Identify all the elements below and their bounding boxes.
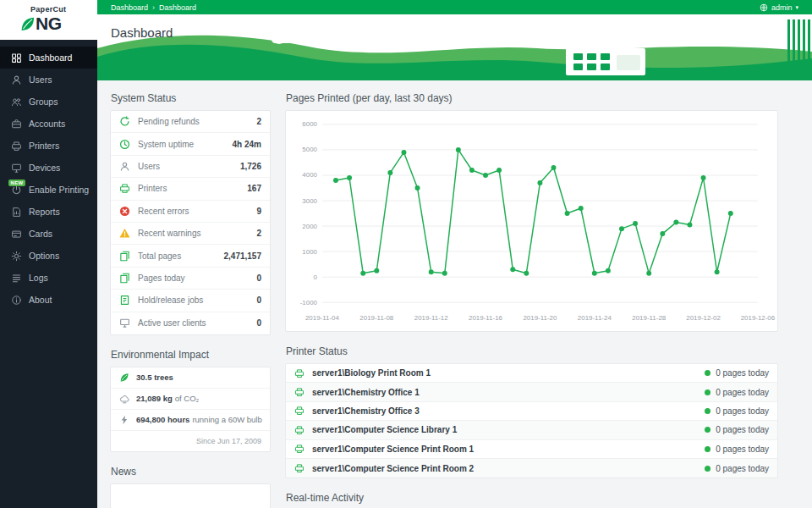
sidebar-item-label: Logs: [29, 273, 48, 283]
status-value: 0: [256, 318, 261, 328]
news-card: [110, 483, 271, 508]
realtime-activity-title: Real-time Activity: [286, 492, 778, 504]
co2-icon: [119, 394, 129, 404]
hold-release-jobs-icon: [119, 295, 130, 306]
sidebar-item-cards[interactable]: Cards: [0, 223, 97, 245]
environmental-row: 21,089 kgof CO₂: [111, 389, 270, 410]
status-label: Users: [138, 162, 240, 171]
environmental-unit: of CO₂: [175, 394, 200, 403]
sidebar-item-label: Cards: [29, 229, 52, 239]
factory-illustration: [566, 21, 645, 75]
users-icon: [119, 161, 130, 172]
sidebar-item-label: About: [29, 295, 52, 305]
about-icon: [11, 295, 22, 306]
status-value: 2: [256, 229, 261, 238]
printer-icon: [294, 463, 304, 473]
status-label: System uptime: [138, 140, 233, 149]
user-menu[interactable]: admin ▾: [760, 3, 798, 12]
status-label: Hold/release jobs: [138, 295, 256, 305]
printer-name[interactable]: server1\Computer Science Print Room 2: [312, 464, 705, 473]
pages-printed-title: Pages Printed (per day, last 30 days): [286, 92, 778, 104]
printer-row: server1\Chemistry Office 10 pages today: [286, 383, 777, 401]
recent-warnings-icon: [119, 228, 130, 239]
printer-icon: [294, 368, 304, 378]
sidebar-item-logs[interactable]: Logs: [0, 267, 97, 289]
environmental-value: 30.5 trees: [136, 373, 173, 382]
accounts-icon: [11, 119, 22, 130]
since-date: Since Jun 17, 2009: [111, 431, 270, 451]
printer-row: server1\Computer Science Library 10 page…: [286, 421, 777, 439]
printer-row: server1\Computer Science Print Room 20 p…: [286, 459, 777, 478]
svg-text:2000: 2000: [302, 223, 317, 230]
status-row-pages-today: Pages today0: [111, 268, 270, 290]
printer-pages-today: 0 pages today: [716, 368, 769, 378]
sidebar-item-users[interactable]: Users: [0, 69, 97, 91]
printer-icon: [294, 387, 304, 397]
groups-icon: [11, 97, 22, 108]
users-icon: [11, 75, 22, 86]
sidebar-item-groups[interactable]: Groups: [0, 91, 97, 113]
system-status-title: System Status: [111, 92, 271, 104]
sidebar-item-label: Groups: [29, 97, 58, 107]
status-value: 167: [247, 184, 261, 193]
new-badge: NEW: [8, 179, 25, 186]
banner-illustration: [97, 14, 812, 80]
printer-pages-today: 0 pages today: [716, 406, 769, 416]
sidebar: PaperCut NG DashboardUsersGroupsAccounts…: [0, 0, 97, 508]
printer-name[interactable]: server1\Biology Print Room 1: [312, 368, 705, 378]
sidebar-item-label: Options: [29, 251, 59, 261]
status-row-recent-warnings: Recent warnings2: [111, 223, 270, 245]
page-title: Dashboard: [111, 25, 173, 40]
status-label: Recent warnings: [138, 229, 256, 238]
dashboard-icon: [11, 52, 22, 64]
leaf-icon: [119, 373, 129, 383]
printer-icon: [294, 406, 304, 416]
breadcrumb-item-root[interactable]: Dashboard: [111, 3, 148, 12]
breadcrumb-item-current[interactable]: Dashboard: [159, 3, 196, 12]
recent-errors-icon: [119, 206, 130, 217]
printer-name[interactable]: server1\Chemistry Office 3: [312, 406, 705, 416]
printer-icon: [294, 425, 304, 435]
user-name: admin: [771, 3, 793, 12]
environmental-impact-card: 30.5 trees21,089 kgof CO₂694,800 hoursru…: [110, 367, 271, 452]
dashboard-content: System Status Pending refunds2System upt…: [97, 80, 812, 508]
printer-name[interactable]: server1\Chemistry Office 1: [312, 388, 705, 397]
sidebar-item-reports[interactable]: Reports: [0, 201, 97, 223]
sidebar-item-dashboard[interactable]: Dashboard: [0, 47, 97, 69]
sidebar-item-enable-printing[interactable]: Enable PrintingNEW: [0, 179, 97, 201]
sidebar-item-printers[interactable]: Printers: [0, 135, 97, 157]
active-user-clients-icon: [119, 318, 130, 329]
sidebar-item-options[interactable]: Options: [0, 245, 97, 267]
svg-text:2019-12-06: 2019-12-06: [741, 314, 776, 322]
printer-pages-today: 0 pages today: [716, 444, 769, 454]
printer-name[interactable]: server1\Computer Science Library 1: [312, 425, 705, 434]
status-row-printers: Printers167: [111, 178, 270, 200]
sidebar-item-accounts[interactable]: Accounts: [0, 113, 97, 135]
papercut-logo[interactable]: PaperCut NG: [0, 0, 97, 40]
svg-text:1000: 1000: [302, 248, 317, 256]
sidebar-item-about[interactable]: About: [0, 289, 97, 311]
sidebar-item-label: Enable Printing: [29, 185, 89, 195]
main-area: Dashboard › Dashboard admin ▾: [97, 0, 812, 508]
svg-text:2019-11-28: 2019-11-28: [632, 314, 667, 322]
environmental-impact-title: Environmental Impact: [111, 349, 271, 361]
system-status-card: Pending refunds2System uptime4h 24mUsers…: [110, 110, 271, 335]
status-row-pending-refunds: Pending refunds2: [111, 111, 270, 133]
status-label: Active user clients: [138, 318, 256, 328]
status-dot-icon: [705, 446, 710, 452]
status-value: 0: [256, 295, 261, 305]
system-uptime-icon: [119, 139, 130, 150]
status-value: 0: [256, 273, 261, 283]
status-row-users: Users1,726: [111, 156, 270, 178]
printer-status-title: Printer Status: [286, 345, 778, 357]
sidebar-nav: DashboardUsersGroupsAccountsPrintersDevi…: [0, 47, 97, 311]
printers-icon: [11, 141, 22, 152]
status-value: 2: [256, 117, 261, 126]
printer-name[interactable]: server1\Computer Science Print Room 1: [312, 444, 705, 454]
status-dot-icon: [705, 427, 710, 433]
printer-pages-today: 0 pages today: [716, 464, 769, 473]
options-icon: [11, 251, 22, 262]
svg-text:0: 0: [314, 273, 318, 281]
pages-printed-line-chart: 6000500040003000200010000-10002019-11-04…: [286, 111, 777, 331]
sidebar-item-devices[interactable]: Devices: [0, 157, 97, 179]
